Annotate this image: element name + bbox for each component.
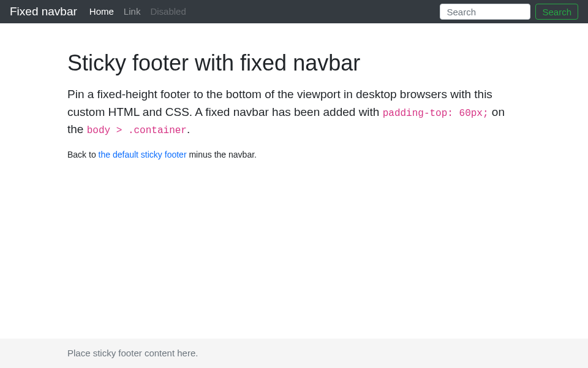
footer: Place sticky footer content here. — [0, 339, 588, 368]
nav-link-disabled: Disabled — [150, 6, 186, 17]
code-selector: body > .container — [87, 125, 187, 136]
navbar-nav: Home Link Disabled — [89, 4, 186, 19]
back-text-1: Back to — [67, 150, 99, 159]
nav-link-home[interactable]: Home — [89, 6, 114, 17]
back-text-2: minus the navbar. — [187, 150, 257, 159]
nav-link-link[interactable]: Link — [124, 6, 141, 17]
search-input[interactable] — [440, 4, 530, 20]
lead-text-3: . — [187, 123, 190, 136]
search-button[interactable]: Search — [535, 4, 578, 20]
navbar-brand[interactable]: Fixed navbar — [10, 3, 77, 21]
lead-paragraph: Pin a fixed-height footer to the bottom … — [67, 86, 521, 139]
navbar-search-form: Search — [440, 4, 578, 20]
code-padding: padding-top: 60px; — [383, 108, 489, 119]
navbar: Fixed navbar Home Link Disabled Search — [0, 0, 588, 23]
main-content: Sticky footer with fixed navbar Pin a fi… — [67, 47, 521, 161]
footer-container: Place sticky footer content here. — [67, 346, 521, 361]
main-container: Sticky footer with fixed navbar Pin a fi… — [67, 23, 521, 339]
navbar-left: Fixed navbar Home Link Disabled — [10, 3, 186, 21]
back-paragraph: Back to the default sticky footer minus … — [67, 148, 521, 161]
footer-text: Place sticky footer content here. — [67, 348, 198, 358]
back-link[interactable]: the default sticky footer — [99, 150, 187, 159]
page-heading: Sticky footer with fixed navbar — [67, 47, 521, 80]
